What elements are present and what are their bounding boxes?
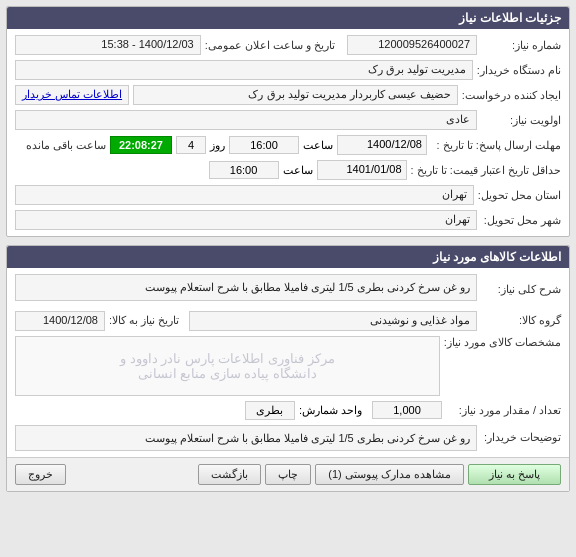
buyer-value: مدیریت تولید برق رک xyxy=(15,60,473,80)
date-label: تاریخ و ساعت اعلان عمومی: xyxy=(205,39,335,52)
right-buttons-group: پاسخ به نیاز مشاهده مدارک پیوستی (1) چاپ… xyxy=(198,464,561,485)
unit-value: بطری xyxy=(245,401,295,420)
product-group-label: گروه کالا: xyxy=(481,314,561,327)
request-value: حضیف عیسی کاربردار مدیریت تولید برق رک xyxy=(133,85,458,105)
contract-date: 1401/01/08 xyxy=(317,160,407,180)
send-time: 16:00 xyxy=(229,136,299,154)
order-number-value: 120009526400027 xyxy=(347,35,477,55)
contact-link[interactable]: اطلاعات تماس خریدار xyxy=(15,85,129,105)
send-label: مهلت ارسال پاسخ: تا تاریخ : xyxy=(431,139,561,152)
reply-button[interactable]: پاسخ به نیاز xyxy=(468,464,561,485)
details-watermark-area: مرکز فناوری اطلاعات پارس نادر داوود و دا… xyxy=(15,336,440,396)
print-button[interactable]: چاپ xyxy=(265,464,311,485)
group-date-label: تاریخ نیاز به کالا: xyxy=(109,314,179,327)
product-group-value: مواد غذایی و نوشیدنی xyxy=(189,311,477,331)
request-label: ایجاد کننده درخواست: xyxy=(462,89,561,102)
group-date-value: 1400/12/08 xyxy=(15,311,105,331)
buyer-label: نام دستگاه خریدار: xyxy=(477,64,561,77)
desc-value: رو غن سرخ کردنی بطری 1/5 لیتری فامیلا مط… xyxy=(15,425,477,452)
qty-label: تعداد / مقدار مورد نیاز: xyxy=(446,404,561,417)
details-label: مشخصات کالای مورد نیاز: xyxy=(444,336,561,349)
watermark-text: مرکز فناوری اطلاعات پارس نادر داوود و دا… xyxy=(120,351,335,381)
city-label: شهر محل تحویل: xyxy=(481,214,561,227)
order-number-label: شماره نیاز: xyxy=(481,39,561,52)
product-type-label: شرح کلی نیاز: xyxy=(481,283,561,296)
priority-label: اولویت نیاز: xyxy=(481,114,561,127)
priority-value: عادی xyxy=(15,110,477,130)
province-label: استان محل تحویل: xyxy=(478,189,561,202)
desc-label: توضیحات خریدار: xyxy=(481,431,561,444)
send-date: 1400/12/08 xyxy=(337,135,427,155)
view-button[interactable]: مشاهده مدارک پیوستی (1) xyxy=(315,464,464,485)
unit-label: واحد شمارش: xyxy=(299,404,362,417)
send-time-label: ساعت xyxy=(303,139,333,152)
section2-header: اطلاعات کالاهای مورد نیاز xyxy=(7,246,569,268)
send-remaining-label: ساعت باقی مانده xyxy=(26,139,106,152)
section1-header: جزئیات اطلاعات نیاز xyxy=(7,7,569,29)
contract-label: حداقل تاریخ اعتبار قیمت: تا تاریخ : xyxy=(411,164,561,177)
send-remaining-time: 22:08:27 xyxy=(110,136,172,154)
city-value: تهران xyxy=(15,210,477,230)
bottom-buttons-bar: پاسخ به نیاز مشاهده مدارک پیوستی (1) چاپ… xyxy=(7,457,569,491)
send-day-label: روز xyxy=(210,139,225,152)
send-day: 4 xyxy=(176,136,206,154)
back-button[interactable]: بازگشت xyxy=(198,464,261,485)
product-type-value: رو غن سرخ کردنی بطری 1/5 لیتری فامیلا مط… xyxy=(15,274,477,301)
qty-value: 1,000 xyxy=(372,401,442,419)
exit-button[interactable]: خروج xyxy=(15,464,66,485)
contract-time-label: ساعت xyxy=(283,164,313,177)
date-value: 1400/12/03 - 15:38 xyxy=(15,35,201,55)
province-value: تهران xyxy=(15,185,474,205)
contract-time: 16:00 xyxy=(209,161,279,179)
